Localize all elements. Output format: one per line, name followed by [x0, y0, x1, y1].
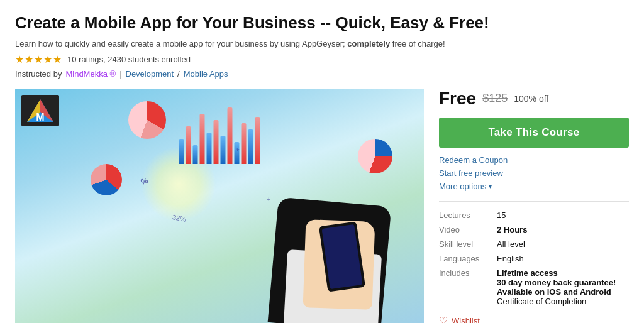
course-title: Create a Mobile App for Your Business --… — [15, 13, 629, 34]
redeem-coupon-link[interactable]: Redeem a Coupon — [439, 155, 629, 165]
subcategory-link[interactable]: Mobile Apps — [184, 69, 228, 79]
label-includes: Includes — [439, 268, 489, 306]
info-row-video: Video 2 Hours — [439, 225, 629, 234]
ratings-count: 10 ratings, 2430 students enrolled — [67, 55, 191, 64]
hand-phone-illustration — [260, 139, 386, 323]
label-lectures: Lectures — [439, 211, 489, 220]
course-logo: M — [21, 95, 59, 126]
star-rating: ★★★★★ — [15, 53, 62, 65]
value-language: English — [497, 254, 524, 263]
float-number-4: + — [267, 195, 270, 203]
value-includes-3: Available on iOS and Android — [497, 287, 616, 297]
value-skill: All level — [497, 239, 525, 249]
info-row-skill: Skill level All level — [439, 239, 629, 249]
value-includes-2: 30 day money back guarantee! — [497, 278, 616, 287]
label-skill: Skill level — [439, 239, 489, 249]
sidebar: Free $125 100% off Take This Course Rede… — [439, 89, 629, 323]
instructor-row: Instructed by MindMekka ® | Development … — [15, 69, 629, 79]
separator: | — [119, 69, 121, 79]
course-info-table: Lectures 15 Video 2 Hours Skill level Al… — [439, 201, 629, 306]
value-video: 2 Hours — [497, 225, 527, 234]
heart-icon: ♡ — [439, 315, 448, 323]
bar-chart — [179, 107, 260, 164]
value-lectures: 15 — [497, 211, 506, 220]
label-video: Video — [439, 225, 489, 234]
main-content: M — [15, 89, 629, 323]
course-image: M — [15, 89, 424, 323]
wishlist-label: Wishlist — [452, 316, 480, 323]
chevron-down-icon: ▾ — [489, 183, 492, 190]
price-free: Free — [439, 89, 476, 109]
sidebar-links: Redeem a Coupon Start free preview More … — [439, 155, 629, 191]
wishlist-row[interactable]: ♡ Wishlist — [439, 315, 629, 323]
price-original: $125 — [482, 92, 508, 105]
take-course-button[interactable]: Take This Course — [439, 118, 629, 148]
price-row: Free $125 100% off — [439, 89, 629, 109]
course-subtitle: Learn how to quickly and easily create a… — [15, 39, 629, 48]
category-link[interactable]: Development — [126, 69, 174, 79]
instructor-label: Instructed by — [15, 69, 62, 79]
instructor-link[interactable]: MindMekka ® — [65, 69, 116, 79]
more-options-link[interactable]: More options ▾ — [439, 182, 629, 191]
discount-badge: 100% off — [514, 94, 548, 104]
ratings-row: ★★★★★ 10 ratings, 2430 students enrolled — [15, 53, 629, 65]
info-row-lectures: Lectures 15 — [439, 211, 629, 220]
pie-chart-1 — [128, 101, 166, 139]
value-includes-1: Lifetime access — [497, 268, 616, 278]
svg-text:M: M — [36, 112, 44, 123]
breadcrumb-separator: / — [177, 69, 180, 79]
value-includes-4: Certificate of Completion — [497, 297, 616, 306]
more-options-label: More options — [439, 182, 486, 191]
pie-chart-2 — [91, 164, 122, 195]
start-preview-link[interactable]: Start free preview — [439, 168, 629, 178]
info-row-language: Languages English — [439, 254, 629, 263]
label-language: Languages — [439, 254, 489, 263]
info-row-includes: Includes Lifetime access 30 day money ba… — [439, 268, 629, 306]
